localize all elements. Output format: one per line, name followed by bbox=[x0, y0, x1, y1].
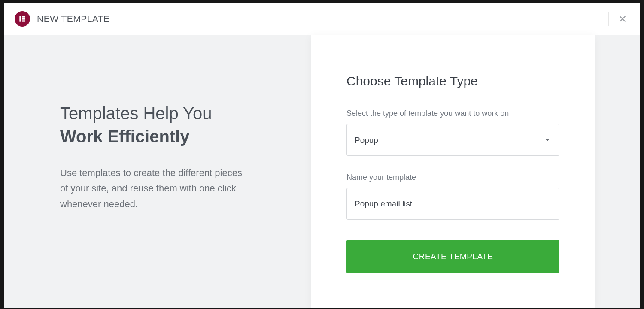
svg-rect-2 bbox=[22, 18, 25, 19]
header-divider bbox=[608, 12, 609, 26]
close-icon bbox=[618, 15, 627, 23]
heading-line-1: Templates Help You bbox=[60, 102, 311, 125]
svg-rect-0 bbox=[19, 16, 21, 21]
close-button[interactable] bbox=[617, 14, 628, 24]
heading-line-2: Work Efficiently bbox=[60, 125, 311, 148]
elementor-logo-icon bbox=[15, 11, 30, 27]
template-type-select-wrapper: Popup bbox=[346, 124, 559, 156]
svg-rect-1 bbox=[22, 16, 25, 17]
modal-overlay: NEW TEMPLATE Templates Help You Work Eff… bbox=[0, 0, 644, 309]
info-description: Use templates to create the different pi… bbox=[60, 165, 245, 212]
info-panel: Templates Help You Work Efficiently Use … bbox=[4, 35, 311, 308]
form-title: Choose Template Type bbox=[346, 74, 559, 88]
template-type-label: Select the type of template you want to … bbox=[346, 109, 559, 118]
create-template-button[interactable]: CREATE TEMPLATE bbox=[346, 240, 559, 273]
template-name-input[interactable] bbox=[346, 188, 559, 220]
svg-rect-3 bbox=[22, 20, 25, 21]
new-template-modal: NEW TEMPLATE Templates Help You Work Eff… bbox=[4, 3, 640, 308]
modal-body: Templates Help You Work Efficiently Use … bbox=[4, 35, 640, 308]
template-type-select[interactable]: Popup bbox=[346, 124, 559, 156]
form-panel: Choose Template Type Select the type of … bbox=[311, 35, 595, 308]
modal-header: NEW TEMPLATE bbox=[4, 3, 640, 35]
template-name-label: Name your template bbox=[346, 173, 559, 182]
modal-title: NEW TEMPLATE bbox=[37, 14, 110, 24]
